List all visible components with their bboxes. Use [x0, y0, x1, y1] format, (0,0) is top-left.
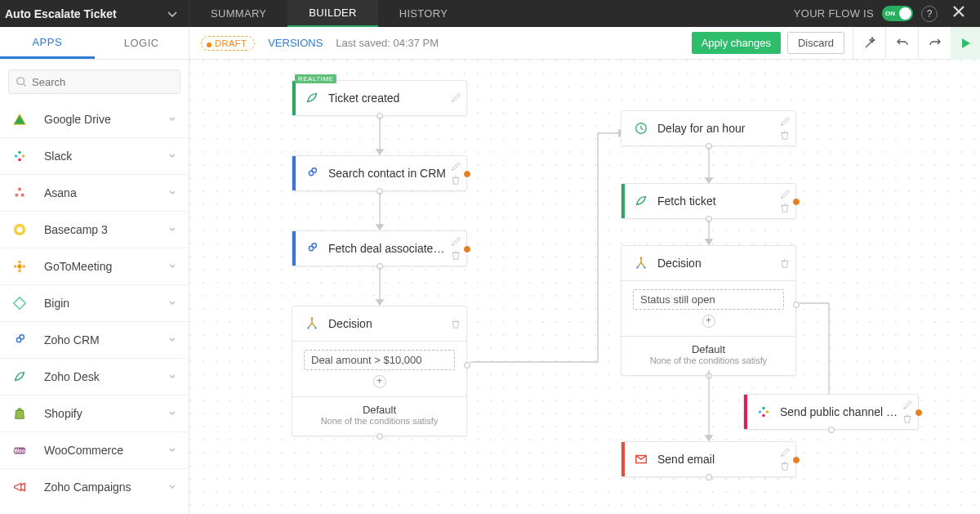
node-decision-a[interactable]: Decision Deal amount > $10,000 + Default… — [292, 306, 467, 436]
apply-changes-button[interactable]: Apply changes — [692, 32, 781, 54]
undo-button[interactable] — [885, 27, 918, 60]
trash-icon[interactable] — [450, 249, 461, 261]
svg-point-6 — [15, 194, 18, 197]
chevron-down-icon — [167, 151, 177, 161]
search-icon — [16, 76, 27, 87]
node-send-email[interactable]: Send email — [621, 441, 796, 477]
output-port[interactable] — [464, 171, 470, 177]
app-item-asana[interactable]: Asana — [0, 174, 189, 211]
trash-icon[interactable] — [779, 460, 791, 472]
app-item-zoho-desk[interactable]: Zoho Desk — [0, 358, 189, 395]
app-item-woocommerce[interactable]: WooWooCommerce — [0, 431, 189, 468]
condition-port[interactable] — [464, 362, 470, 369]
condition-label[interactable]: Status still open — [633, 289, 784, 310]
app-item-bigin[interactable]: Bigin — [0, 284, 189, 321]
app-name: Bigin — [44, 297, 167, 310]
decision-icon — [625, 256, 657, 270]
node-search-contact[interactable]: Search contact in CRM — [292, 155, 467, 191]
tab-builder[interactable]: BUILDER — [287, 0, 377, 27]
add-condition-button[interactable]: + — [373, 375, 386, 388]
app-item-shopify[interactable]: Shopify — [0, 395, 189, 431]
svg-point-17 — [311, 317, 314, 320]
output-port[interactable] — [793, 199, 800, 205]
close-button[interactable] — [946, 3, 972, 25]
edit-icon[interactable] — [450, 236, 461, 248]
edit-icon[interactable] — [779, 447, 791, 458]
node-decision-b[interactable]: Decision Status still open + Default Non… — [621, 245, 796, 376]
svg-point-14 — [14, 265, 17, 268]
search-input[interactable] — [32, 76, 173, 88]
output-port[interactable] — [915, 409, 922, 416]
flow-name-selector[interactable]: Auto Escalate Ticket — [0, 0, 189, 27]
app-item-gotomeeting[interactable]: GoToMeeting — [0, 248, 189, 284]
chevron-down-icon — [167, 261, 177, 271]
condition-port[interactable] — [793, 302, 800, 308]
trash-icon[interactable] — [779, 129, 791, 141]
chevron-down-icon — [167, 335, 177, 345]
flow-on-toggle[interactable]: ON — [882, 6, 913, 21]
app-item-zoho-campaigns[interactable]: Zoho Campaigns — [0, 468, 189, 505]
condition-label[interactable]: Deal amount > $10,000 — [304, 350, 455, 370]
edit-icon[interactable] — [450, 92, 461, 104]
run-button[interactable] — [951, 27, 980, 60]
edit-icon[interactable] — [779, 116, 791, 127]
app-item-google-drive[interactable]: Google Drive — [0, 101, 189, 137]
svg-rect-2 — [18, 151, 21, 154]
help-button[interactable]: ? — [921, 6, 938, 22]
chevron-down-icon — [167, 298, 177, 308]
last-saved-text: Last saved: 04:37 PM — [336, 37, 439, 49]
add-condition-button[interactable]: + — [702, 315, 715, 328]
app-item-slack[interactable]: Slack — [0, 137, 189, 174]
app-name: Google Drive — [44, 113, 167, 126]
trash-icon[interactable] — [779, 202, 791, 213]
svg-text:Woo: Woo — [14, 448, 25, 454]
output-port[interactable] — [464, 246, 470, 253]
tab-history[interactable]: HISTORY — [378, 0, 469, 27]
app-name: Shopify — [44, 407, 167, 420]
app-icon — [11, 185, 28, 201]
trash-icon[interactable] — [450, 318, 461, 329]
edit-icon[interactable] — [902, 400, 913, 411]
app-search[interactable] — [8, 69, 180, 94]
zoho-desk-icon — [625, 194, 657, 208]
node-delay[interactable]: Delay for an hour — [621, 110, 796, 146]
node-fetch-ticket[interactable]: Fetch ticket — [621, 183, 796, 219]
flow-canvas[interactable]: REALTIME Ticket created Search contact i… — [189, 60, 980, 514]
discard-button[interactable]: Discard — [787, 32, 844, 54]
node-slack[interactable]: Send public channel m... — [743, 394, 919, 430]
svg-rect-25 — [762, 407, 765, 410]
app-name: Zoho CRM — [44, 333, 167, 346]
magic-wand-button[interactable] — [853, 27, 885, 60]
svg-point-21 — [640, 257, 643, 259]
svg-point-7 — [21, 194, 24, 197]
subtab-apps[interactable]: APPS — [0, 27, 95, 59]
tab-summary[interactable]: SUMMARY — [189, 0, 287, 27]
versions-link[interactable]: VERSIONS — [268, 37, 323, 49]
chevron-down-icon — [167, 445, 177, 455]
node-fetch-deal[interactable]: Fetch deal associated ... — [292, 230, 467, 266]
apps-sidebar: Google DriveSlackAsanaBasecamp 3GoToMeet… — [0, 60, 189, 514]
svg-point-12 — [23, 265, 26, 268]
node-trigger[interactable]: REALTIME Ticket created — [292, 80, 467, 116]
edit-icon[interactable] — [450, 161, 461, 172]
svg-point-23 — [644, 266, 646, 269]
edit-icon[interactable] — [779, 189, 791, 200]
output-port[interactable] — [793, 457, 800, 463]
svg-rect-1 — [15, 154, 18, 158]
app-icon: Woo — [11, 442, 28, 458]
trash-icon[interactable] — [902, 413, 913, 424]
svg-rect-4 — [18, 159, 21, 162]
app-item-basecamp-3[interactable]: Basecamp 3 — [0, 211, 189, 248]
gmail-icon — [625, 452, 657, 467]
app-icon — [11, 148, 28, 164]
redo-button[interactable] — [918, 27, 951, 60]
app-item-zoho-crm[interactable]: Zoho CRM — [0, 321, 189, 358]
trash-icon[interactable] — [779, 257, 791, 269]
subtab-logic[interactable]: LOGIC — [95, 27, 189, 59]
chevron-down-icon — [167, 482, 177, 492]
svg-point-9 — [16, 226, 22, 232]
svg-point-19 — [314, 327, 317, 329]
trash-icon[interactable] — [450, 174, 461, 185]
app-name: Slack — [44, 150, 167, 163]
chevron-down-icon — [167, 225, 177, 235]
